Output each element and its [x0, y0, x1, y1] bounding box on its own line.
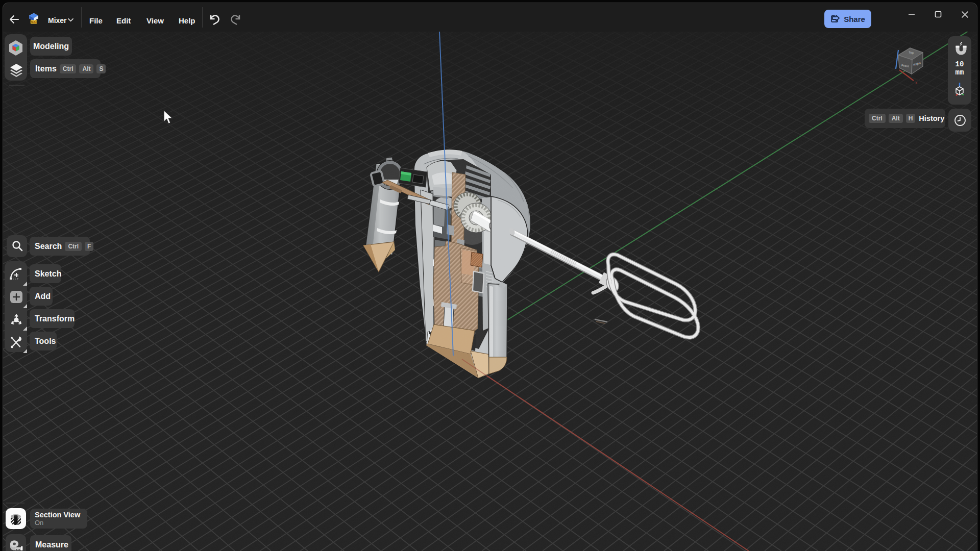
- svg-text:BETA: BETA: [31, 21, 37, 23]
